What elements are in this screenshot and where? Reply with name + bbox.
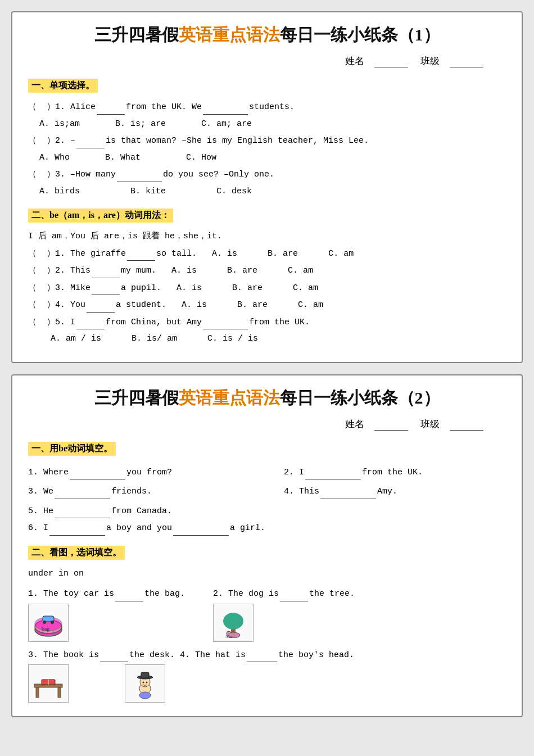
card2-title: 三升四暑假英语重点语法每日一练小纸条（2） xyxy=(28,387,506,410)
card1-q2-blank1 xyxy=(76,133,105,148)
card2-section1-header: 一、用be动词填空。 xyxy=(28,442,116,456)
card1-q2-a: A. Who xyxy=(39,153,70,162)
card2-section2-header: 二、看图，选词填空。 xyxy=(28,546,125,560)
card2-fill6-blank2 xyxy=(173,520,229,536)
card1-bq5-c: C. is / is xyxy=(207,334,258,343)
card2-pic2-emoji: dog xyxy=(214,604,253,641)
card1-bq3-blank xyxy=(92,280,120,296)
card1-bq1-a: A. is xyxy=(212,249,237,259)
card2-fill4-blank xyxy=(320,484,376,499)
card1-q1-blank1 xyxy=(97,99,125,115)
card1-title-highlight: 英语重点语法 xyxy=(179,25,280,44)
card2-title-highlight: 英语重点语法 xyxy=(179,388,280,407)
card1-bq4-blank xyxy=(87,297,115,313)
card2-pic3-emoji xyxy=(29,665,68,702)
card1-section1-header: 一、单项选择。 xyxy=(28,79,98,93)
page-wrapper: 三升四暑假英语重点语法每日一练小纸条（1） 姓名 班级 一、单项选择。 （ ）1… xyxy=(11,11,523,717)
card1-bq5-blank1 xyxy=(76,315,105,330)
card1-bq2-c: C. am xyxy=(288,266,313,275)
card2-pic-row2: 3. The book is the desk. 4. The hat is t… xyxy=(28,648,506,703)
card1-q2-choices: A. Who B. What C. How xyxy=(39,151,506,165)
card2-fill5-blank xyxy=(55,504,110,519)
card1-q2-b: B. What xyxy=(105,153,141,162)
card1-bq5-choices: A. am / is B. is/ am C. is / is xyxy=(51,332,506,346)
card2-title-post: 每日一练小纸条（2） xyxy=(280,388,440,407)
card1-q3-a: A. birds xyxy=(39,187,80,196)
svg-rect-22 xyxy=(141,672,149,678)
card1-bq3-line: （ ）3. Mike a pupil. A. is B. are C. am xyxy=(28,280,506,296)
card1-q1-b: B. is; are xyxy=(115,119,166,129)
card1-class-fill xyxy=(450,56,483,67)
card2-class-fill xyxy=(450,419,483,431)
card1-q1-a: A. is;am xyxy=(39,119,80,129)
card1-q3-blank1 xyxy=(117,167,162,182)
card1-bq2-blank xyxy=(92,263,120,278)
card2-fill-row2: 3. We friends. 4. This Amy. xyxy=(28,482,506,501)
card1-bq2-a: A. is xyxy=(171,266,197,275)
card2-pic3-image xyxy=(28,664,69,703)
card2-pic34-line: 3. The book is the desk. 4. The hat is t… xyxy=(28,648,506,663)
svg-point-23 xyxy=(143,682,144,683)
card1-bq4-a: A. is xyxy=(182,300,207,310)
card1-q1-blank2 xyxy=(203,99,248,115)
card1-q2-line: （ ）2. – is that woman? –She is my Englis… xyxy=(28,133,506,148)
svg-point-5 xyxy=(43,621,46,624)
card1-bq4-b: B. are xyxy=(237,300,268,310)
card2-pic4-image xyxy=(125,664,165,703)
card2-fill6-blank1 xyxy=(49,520,105,536)
svg-point-24 xyxy=(146,682,148,683)
card2-fill4: 4. This Amy. xyxy=(284,484,506,499)
svg-point-19 xyxy=(139,692,151,699)
card1-q3-c: C. desk xyxy=(216,187,252,196)
card2-fill2-blank xyxy=(305,465,361,480)
card1-bq1-blank xyxy=(127,246,155,261)
card2-pic2-blank xyxy=(280,586,308,601)
card-2: 三升四暑假英语重点语法每日一练小纸条（2） 姓名 班级 一、用be动词填空。 1… xyxy=(11,374,523,718)
card2-pic34-images xyxy=(28,664,506,703)
card2-name-row: 姓名 班级 xyxy=(28,418,506,431)
card1-q1-pre: （ ）1. Alice xyxy=(28,102,96,112)
svg-text:bag: bag xyxy=(42,626,49,632)
card-1: 三升四暑假英语重点语法每日一练小纸条（1） 姓名 班级 一、单项选择。 （ ）1… xyxy=(11,11,523,363)
card1-bq1-line: （ ）1. The giraffe so tall. A. is B. are … xyxy=(28,246,506,261)
card2-fill5: 5. He from Canada. xyxy=(28,504,506,519)
card1-title-post: 每日一练小纸条（1） xyxy=(280,25,440,44)
card2-pic1-image: bag xyxy=(28,604,69,642)
card2-title-pre: 三升四暑假 xyxy=(94,388,179,407)
svg-text:dog: dog xyxy=(227,635,233,638)
card2-fill6: 6. I a boy and you a girl. xyxy=(28,520,506,536)
card1-rule: I 后 am，You 后 are，is 跟着 he，she，it. xyxy=(28,229,506,244)
card2-pic1-emoji: bag xyxy=(29,604,68,641)
card1-q1-c: C. am; are xyxy=(201,119,252,129)
card1-q3-choices: A. birds B. kite C. desk xyxy=(39,184,506,199)
card2-class-label: 班级 xyxy=(420,418,440,431)
card2-pic4-emoji xyxy=(125,665,165,702)
card2-fill-row1: 1. Where you from? 2. I from the UK. xyxy=(28,463,506,482)
card1-bq4-c: C. am xyxy=(298,300,323,310)
card1-name-label: 姓名 xyxy=(345,55,364,67)
card1-q1-line: （ ）1. Alice from the UK. We students. xyxy=(28,99,506,115)
card2-pic1-blank xyxy=(115,586,143,601)
card1-section2-header: 二、be（am，is，are）动词用法： xyxy=(28,209,173,223)
card2-pic2-image: dog xyxy=(213,604,254,642)
card2-pic-row1: 1. The toy car is the bag. bag xyxy=(28,584,506,642)
card1-title: 三升四暑假英语重点语法每日一练小纸条（1） xyxy=(28,24,506,47)
card2-pic2-line: 2. The dog is the tree. xyxy=(213,586,355,601)
card1-bq3-a: A. is xyxy=(177,283,202,293)
svg-point-6 xyxy=(51,621,54,624)
card2-fill1: 1. Where you from? xyxy=(28,465,250,480)
card1-bq5-a: A. am / is xyxy=(51,334,101,343)
card1-q1-choices: A. is;am B. is; are C. am; are xyxy=(39,117,506,132)
card1-bq2-line: （ ）2. This my mum. A. is B. are C. am xyxy=(28,263,506,278)
card2-name-fill xyxy=(374,419,408,431)
card2-words: under in on xyxy=(28,567,506,581)
card1-bq3-c: C. am xyxy=(293,283,318,293)
svg-point-8 xyxy=(223,613,243,630)
card1-bq1-c: C. am xyxy=(328,249,354,259)
card1-bq4-line: （ ）4. You a student. A. is B. are C. am xyxy=(28,297,506,313)
card2-fill2: 2. I from the UK. xyxy=(284,465,506,480)
card2-fill1-blank xyxy=(70,465,125,480)
card2-name-label: 姓名 xyxy=(345,418,364,431)
card1-name-row: 姓名 班级 xyxy=(28,55,506,67)
card1-bq5-b: B. is/ am xyxy=(132,334,177,343)
